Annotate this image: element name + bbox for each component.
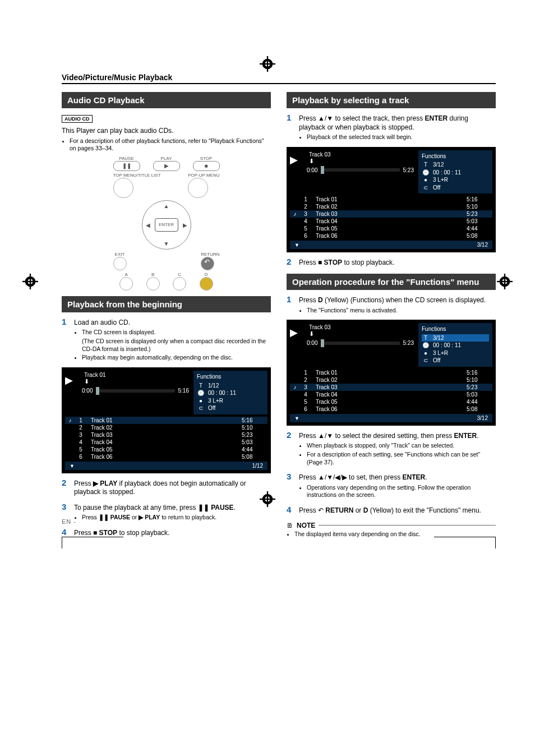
remote-a-button [119, 277, 133, 291]
crop-mark [62, 537, 62, 548]
total-time: 5:23 [403, 340, 414, 346]
track-list: 1 Track 015:16 2 Track 025:10 3 Track 03… [290, 369, 492, 413]
banner-audio-cd-playback: Audio CD Playback [62, 92, 271, 108]
now-playing-title: Track 03 [307, 323, 414, 330]
remote-exit-button [113, 257, 127, 270]
remote-pause-button: ❚❚ [113, 161, 140, 171]
track-row: 4 Track 045:03 [290, 391, 492, 398]
cd-screen: Track 01 ⬇ 0:00 5:16 Functions T1/12 🕘00… [62, 367, 271, 473]
remote-label-c: C [173, 272, 186, 277]
progress-bar [96, 389, 174, 393]
svg-rect-11 [497, 281, 513, 282]
play-icon [290, 154, 298, 166]
remote-d-button [200, 277, 213, 291]
op2-bullet: For a description of each setting, see "… [307, 451, 496, 466]
step-number: 4 [287, 505, 294, 517]
registration-mark-icon [260, 56, 275, 72]
crop-mark [62, 537, 123, 537]
track-row: 2 Track 025:10 [290, 203, 492, 210]
step2-text: Press ▶ PLAY if playback does not begin … [74, 480, 271, 497]
remote-label-b: B [146, 272, 160, 277]
track-row: 6 Track 065:08 [290, 232, 492, 239]
banner-playback-beginning: Playback from the beginning [62, 296, 271, 312]
remote-label-return: RETURN [201, 252, 219, 257]
down-icon [294, 242, 299, 248]
remote-label-play: PLAY [153, 156, 180, 161]
registration-mark-icon [22, 274, 38, 289]
remote-label-a: A [119, 272, 133, 277]
op3-bullet: Operations vary depending on the setting… [307, 484, 496, 499]
r-step2-text: Press ■ STOP to stop playback. [299, 259, 496, 268]
page-strip: 3/12 [290, 414, 492, 422]
remote-label-pause: PAUSE [113, 156, 140, 161]
step1-bullet-paren: (The CD screen is displayed only when a … [82, 338, 271, 353]
intro-bullet: For a description of other playback func… [70, 137, 271, 153]
step-number: 1 [287, 294, 294, 316]
track-row: 6 Track 065:08 [290, 405, 492, 413]
track-row: 1 Track 015:16 [290, 369, 492, 376]
step-number: 2 [287, 430, 294, 469]
track-row: 2 Track 025:10 [290, 376, 492, 384]
right-column: Playback by selecting a track 1 Press ▲/… [287, 87, 496, 541]
registration-mark-icon [260, 491, 275, 507]
note-header: NOTE [287, 522, 496, 529]
banner-playback-select-track: Playback by selecting a track [287, 92, 496, 108]
remote-return-button [201, 257, 214, 270]
down-icon [70, 463, 75, 469]
intro-text: This Player can play back audio CDs. [62, 127, 271, 136]
step1-bullet: The CD screen is displayed. [82, 329, 271, 336]
track-row: 6 Track 065:08 [65, 453, 268, 460]
page-lang-mark: EN - [62, 518, 76, 525]
track-row: 3 Track 035:23 [290, 384, 492, 391]
page-indicator: 3/12 [477, 415, 488, 421]
svg-rect-7 [22, 281, 38, 282]
step-number: 1 [287, 113, 294, 144]
left-icon: ◀ [146, 222, 150, 228]
down-icon [294, 415, 299, 421]
remote-c-button [173, 277, 186, 291]
remote-enter-button: ENTER [155, 218, 178, 232]
track-row: 5 Track 054:44 [65, 446, 268, 453]
svg-rect-3 [260, 63, 275, 64]
track-list: 1 Track 015:16 2 Track 025:10 3 Track 03… [290, 196, 492, 239]
step1-bullet: Playback may begin automatically, depend… [82, 354, 271, 362]
crop-mark [434, 537, 496, 537]
step1-text: Load an audio CD. [74, 319, 271, 328]
right-icon: ▶ [183, 222, 187, 228]
section-title: Video/Picture/Music Playback [62, 73, 496, 84]
track-row: 5 Track 054:44 [290, 225, 492, 232]
track-row: 1 Track 015:16 [65, 417, 268, 424]
remote-label-popup: POP-UP MENU [188, 173, 219, 178]
track-row: 4 Track 045:03 [290, 218, 492, 225]
step-number: 2 [62, 478, 70, 499]
op1-text: Press D (Yellow) (Functions) when the CD… [299, 296, 496, 305]
down-icon: ▼ [164, 241, 169, 247]
note-label: NOTE [297, 522, 315, 529]
track-list: 1 Track 015:16 2 Track 025:10 3 Track 03… [65, 417, 268, 460]
page-strip: 3/12 [290, 241, 492, 249]
op3-text: Press ▲/▼/◀/▶ to set, then press ENTER. [299, 473, 496, 482]
step-number: 1 [62, 317, 70, 364]
badge-audio-cd: AUDIO CD [62, 115, 93, 123]
op2-bullet: When playback is stopped, only "Track" c… [307, 442, 496, 450]
elapsed-time: 0:00 [307, 340, 317, 346]
r-step1-text: Press ▲/▼ to select the track, then pres… [299, 114, 496, 132]
total-time: 5:23 [403, 167, 414, 173]
left-column: Audio CD Playback AUDIO CD This Player c… [62, 87, 271, 541]
page-indicator: 3/12 [477, 242, 488, 248]
registration-mark-icon [497, 274, 513, 289]
op4-text: Press ↶ RETURN or D (Yellow) to exit the… [299, 506, 496, 515]
r-step1-bullet: Playback of the selected track will begi… [307, 133, 496, 141]
step-number: 4 [62, 527, 70, 540]
remote-label-exit: EXIT [113, 252, 127, 257]
remote-dpad: ▲ ▼ ◀ ▶ ENTER [142, 200, 191, 250]
remote-label-topmenu: TOP MENU/TITLE LIST [113, 173, 161, 178]
progress-bar [321, 342, 399, 345]
track-row: 1 Track 015:16 [290, 196, 492, 203]
remote-label-stop: STOP [193, 156, 220, 161]
remote-label-d: D [200, 272, 213, 277]
play-icon [65, 374, 73, 386]
banner-functions-procedure: Operation procedure for the "Functions" … [287, 274, 496, 290]
progress-bar [321, 168, 399, 172]
cd-screen: Track 03 ⬇ 0:00 5:23 Functions T3/12 🕘00… [287, 147, 496, 253]
